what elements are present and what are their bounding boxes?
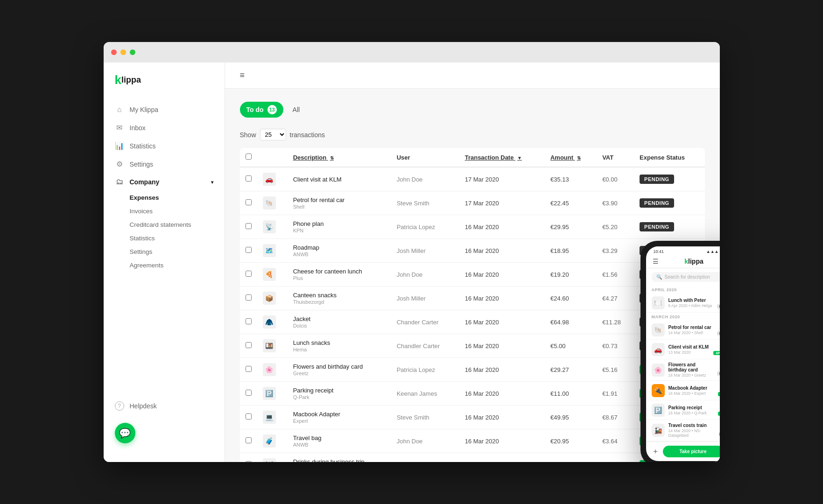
close-button[interactable] xyxy=(111,49,117,55)
phone-tx-info-1: Lunch with Peter 6 Apr 2020 • Atilim Hel… xyxy=(668,298,713,308)
description-sub: Q-Park xyxy=(293,394,386,400)
submenu-item-expenses[interactable]: Expenses xyxy=(130,191,225,204)
row-icon-cell: 🧥 xyxy=(257,310,288,334)
row-amount-cell: €24.60 xyxy=(545,287,597,310)
date-header[interactable]: Transaction Date ▼ xyxy=(459,148,545,167)
table-row: 🐚 Petrol for rental car Shell Steve Smit… xyxy=(240,191,705,215)
merchant-icon: ✈️ xyxy=(263,458,276,462)
row-checkbox[interactable] xyxy=(246,461,252,462)
row-vat-cell: €1.56 xyxy=(597,263,634,287)
description-header[interactable]: Description ⇅ xyxy=(288,148,391,167)
merchant-icon: 💻 xyxy=(263,411,276,424)
company-icon: 🗂 xyxy=(115,178,124,186)
phone-time: 10:41 xyxy=(654,249,664,254)
phone-tx-6[interactable]: 🅿️ Parking receipt 16 Mar 2020 • Q-Park … xyxy=(646,400,720,420)
hamburger-menu-button[interactable]: ≡ xyxy=(240,70,245,80)
description-text: Jacket xyxy=(293,315,386,322)
description-text: Lunch snacks xyxy=(293,339,386,346)
show-count-select[interactable]: 25 50 100 xyxy=(260,129,286,140)
table-row: 🧥 Jacket Dolcis Chander Carter 16 Mar 20… xyxy=(240,310,705,334)
row-checkbox-cell xyxy=(240,167,257,191)
minimize-button[interactable] xyxy=(120,49,126,55)
phone-section-march: MARCH 2020 xyxy=(646,313,720,320)
phone-section-april: APRIL 2020 xyxy=(646,286,720,293)
row-checkbox[interactable] xyxy=(246,366,252,372)
row-amount-cell: €22.45 xyxy=(545,191,597,215)
description-sub: ANWB xyxy=(293,252,386,257)
row-date-cell: 17 Mar 2020 xyxy=(459,191,545,215)
submenu-item-statistics-sub[interactable]: Statistics xyxy=(130,231,225,245)
select-all-checkbox[interactable] xyxy=(246,154,252,160)
row-description-cell: Jacket Dolcis xyxy=(288,310,391,334)
sidebar-item-company[interactable]: 🗂 Company ▾ xyxy=(104,173,225,191)
row-checkbox[interactable] xyxy=(246,294,252,301)
row-icon-cell: 🧳 xyxy=(257,429,288,453)
row-checkbox[interactable] xyxy=(246,390,252,396)
phone-tx-2[interactable]: 🐚 Petrol for rental car 14 Mar 2020 • Sh… xyxy=(646,320,720,340)
phone-tx-icon-7: 🚂 xyxy=(652,424,665,437)
row-description-cell: Client visit at KLM xyxy=(288,167,391,191)
row-date-cell: 16 Mar 2020 xyxy=(459,358,545,382)
description-text: Roadmap xyxy=(293,244,386,251)
row-checkbox[interactable] xyxy=(246,318,252,324)
row-checkbox[interactable] xyxy=(246,271,252,277)
phone-tx-4[interactable]: 🌸 Flowers and birthday card 16 Mar 2020 … xyxy=(646,359,720,381)
submenu-item-agreements[interactable]: Agreements xyxy=(130,259,225,272)
description-text: Canteen snacks xyxy=(293,292,386,299)
chat-fab-button[interactable]: 💬 xyxy=(115,423,135,443)
row-checkbox-cell xyxy=(240,310,257,334)
submenu-item-invoices[interactable]: Invoices xyxy=(130,204,225,218)
sidebar-item-helpdesk[interactable]: ? Helpdesk xyxy=(115,397,213,415)
row-checkbox[interactable] xyxy=(246,342,252,348)
amount-header[interactable]: Amount ⇅ xyxy=(545,148,597,167)
row-amount-cell: €29.95 xyxy=(545,215,597,239)
merchant-icon: 🅿️ xyxy=(263,387,276,400)
row-checkbox[interactable] xyxy=(246,223,252,229)
phone-screen: 10:41 ▲▲▲ WiFi 🔋 ☰ klippa ☰ 🔍 Search for… xyxy=(646,246,720,461)
row-user-cell: Josh Miller xyxy=(391,239,459,263)
row-date-cell: 16 Mar 2020 xyxy=(459,310,545,334)
row-user-cell: Chandler Carter xyxy=(391,334,459,358)
row-checkbox[interactable] xyxy=(246,437,252,443)
merchant-icon: 🐚 xyxy=(263,196,276,210)
maximize-button[interactable] xyxy=(130,49,135,55)
statistics-icon: 📊 xyxy=(115,141,124,150)
sidebar-item-my-klippa[interactable]: ⌂ My Klippa xyxy=(104,101,225,119)
row-checkbox[interactable] xyxy=(246,247,252,253)
status-badge: PENDING xyxy=(640,198,674,208)
row-status-cell: PENDING xyxy=(634,191,704,215)
phone-tx-1[interactable]: 🍽️ Lunch with Peter 6 Apr 2020 • Atilim … xyxy=(646,293,720,313)
sidebar-item-statistics[interactable]: 📊 Statistics xyxy=(104,137,225,155)
row-description-cell: Macbook Adapter Expert xyxy=(288,406,391,429)
row-checkbox[interactable] xyxy=(246,199,252,205)
phone-search-bar[interactable]: 🔍 Search for description xyxy=(652,272,720,282)
row-checkbox[interactable] xyxy=(246,175,252,182)
merchant-icon: 🍕 xyxy=(263,268,276,281)
table-row: 📡 Phone plan KPN Patricia Lopez 16 Mar 2… xyxy=(240,215,705,239)
row-vat-cell: €3.29 xyxy=(597,239,634,263)
sidebar-item-settings[interactable]: ⚙ Settings xyxy=(104,155,225,173)
submenu-item-creditcard[interactable]: Creditcard statements xyxy=(130,218,225,231)
sidebar-item-inbox[interactable]: ✉ Inbox xyxy=(104,119,225,137)
phone-tx-7[interactable]: 🚂 Travel costs train 14 Mar 2020 • NS-Da… xyxy=(646,420,720,441)
phone-tx-5[interactable]: 🔌 Macbook Adapter 16 Mar 2020 • Expert €… xyxy=(646,381,720,400)
select-all-header xyxy=(240,148,257,167)
row-amount-cell: €18.95 xyxy=(545,239,597,263)
submenu-item-settings-sub[interactable]: Settings xyxy=(130,245,225,259)
row-checkbox[interactable] xyxy=(246,413,252,420)
sidebar: klippa ⌂ My Klippa ✉ Inbox 📊 Statistics … xyxy=(104,63,225,462)
row-checkbox-cell xyxy=(240,382,257,406)
row-icon-cell: 🌸 xyxy=(257,358,288,382)
row-date-cell: 16 Mar 2020 xyxy=(459,406,545,429)
row-amount-cell: €35.13 xyxy=(545,167,597,191)
table-row: 🍱 Lunch snacks Hema Chandler Carter 16 M… xyxy=(240,334,705,358)
phone-tx-3[interactable]: 🚗 Client visit at KLM 13 Mar 2020 € 35.1… xyxy=(646,340,720,359)
description-text: Petrol for rental car xyxy=(293,196,386,203)
phone-take-picture-button[interactable]: Take picture xyxy=(663,446,720,457)
tab-all[interactable]: All xyxy=(291,103,302,117)
sidebar-label-my-klippa: My Klippa xyxy=(130,106,158,113)
phone-plus-icon[interactable]: ＋ xyxy=(652,447,659,456)
row-user-cell: Patricia Lopez xyxy=(391,358,459,382)
row-user-cell: John Doe xyxy=(391,167,459,191)
tab-todo[interactable]: To do 13 xyxy=(240,102,283,118)
